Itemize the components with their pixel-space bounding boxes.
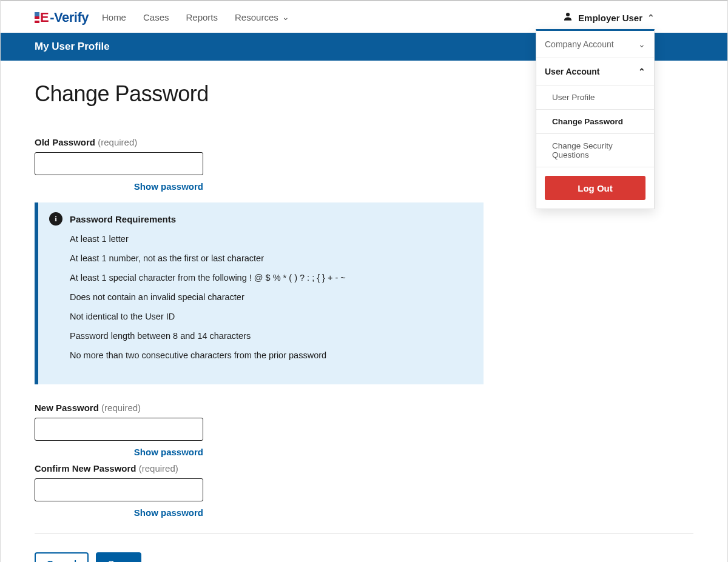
confirm-password-show-toggle[interactable]: Show password [35, 507, 203, 518]
svg-point-0 [566, 13, 570, 16]
requirement-item: At least 1 letter [70, 234, 473, 244]
new-password-label: New Password [35, 403, 99, 413]
dropdown-change-password[interactable]: Change Password [536, 110, 654, 134]
nav-resources-label: Resources [235, 12, 278, 22]
log-out-button[interactable]: Log Out [545, 176, 645, 200]
brand-letter-e: E [40, 10, 49, 25]
nav-resources[interactable]: Resources ⌄ [235, 12, 289, 22]
top-navbar: E-Verify Home Cases Reports Resources ⌄ … [1, 0, 727, 33]
user-icon [562, 11, 573, 25]
requirement-item: No more than two consecutive characters … [70, 350, 473, 360]
stripe-title: My User Profile [35, 41, 110, 53]
requirements-title: Password Requirements [70, 214, 176, 224]
chevron-down-icon: ⌄ [282, 12, 289, 22]
brand-logo[interactable]: E-Verify [35, 10, 89, 25]
dropdown-user-profile[interactable]: User Profile [536, 85, 654, 110]
user-dropdown: Company Account ⌄ User Account ⌃ User Pr… [536, 29, 655, 209]
user-menu-label: Employer User [578, 13, 642, 23]
info-icon: i [49, 212, 62, 226]
dropdown-user-account[interactable]: User Account ⌃ [536, 58, 654, 85]
old-password-required: (required) [98, 137, 137, 147]
old-password-label: Old Password [35, 137, 95, 147]
flag-icon [35, 12, 39, 23]
requirement-item: Password length between 8 and 14 charact… [70, 331, 473, 341]
requirement-item: At least 1 number, not as the first or l… [70, 253, 473, 263]
requirements-list: At least 1 letter At least 1 number, not… [49, 234, 473, 360]
new-password-required: (required) [101, 403, 141, 413]
confirm-password-block: Confirm New Password (required) Show pas… [35, 463, 693, 518]
dropdown-security-questions[interactable]: Change Security Questions [536, 134, 654, 167]
brand-dash: - [50, 10, 54, 25]
chevron-down-icon: ⌄ [638, 39, 645, 49]
form-buttons: Cancel Save [35, 552, 693, 562]
dropdown-user-account-label: User Account [545, 67, 600, 76]
requirement-item: Not identical to the User ID [70, 312, 473, 321]
dropdown-company-account[interactable]: Company Account ⌄ [536, 31, 654, 58]
old-password-input[interactable] [35, 152, 203, 175]
dropdown-logout-wrap: Log Out [536, 167, 654, 209]
save-button[interactable]: Save [96, 552, 141, 562]
section-divider [35, 534, 693, 534]
requirement-item: At least 1 special character from the fo… [70, 273, 473, 283]
confirm-password-input[interactable] [35, 478, 203, 501]
brand-rest: Verify [54, 10, 89, 25]
confirm-password-label: Confirm New Password [35, 463, 136, 473]
nav-home[interactable]: Home [102, 12, 126, 22]
old-password-show-toggle[interactable]: Show password [35, 181, 203, 192]
password-requirements-panel: i Password Requirements At least 1 lette… [35, 202, 484, 384]
cancel-button[interactable]: Cancel [35, 552, 89, 562]
new-password-input[interactable] [35, 418, 203, 441]
new-password-block: New Password (required) Show password [35, 403, 693, 457]
nav-links: Home Cases Reports Resources ⌄ [102, 12, 289, 22]
chevron-up-icon: ⌃ [647, 13, 655, 22]
nav-cases[interactable]: Cases [143, 12, 169, 22]
requirement-item: Does not contain an invalid special char… [70, 292, 473, 302]
confirm-password-required: (required) [139, 463, 178, 473]
new-password-show-toggle[interactable]: Show password [35, 447, 203, 457]
chevron-up-icon: ⌃ [638, 67, 645, 76]
dropdown-company-account-label: Company Account [545, 39, 614, 49]
nav-reports[interactable]: Reports [186, 12, 218, 22]
